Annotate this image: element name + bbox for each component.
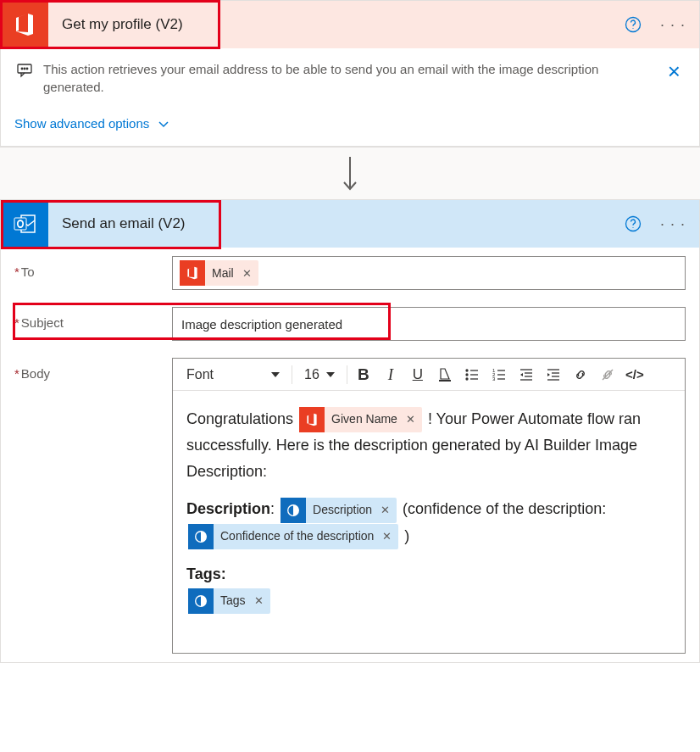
office-icon bbox=[180, 260, 205, 286]
flow-connector bbox=[0, 147, 700, 199]
close-icon[interactable]: × bbox=[664, 60, 684, 82]
card-header[interactable]: Send an email (V2) · · · bbox=[1, 200, 699, 248]
bullet-list-button[interactable] bbox=[459, 362, 485, 387]
token-tags[interactable]: Tags ✕ bbox=[188, 588, 270, 614]
subject-label: *Subject bbox=[14, 307, 172, 330]
note-text: This action retrieves your email address… bbox=[43, 60, 644, 96]
link-button[interactable] bbox=[568, 362, 593, 387]
token-confidence[interactable]: Confidence of the description ✕ bbox=[188, 524, 398, 549]
card-header[interactable]: Get my profile (V2) · · · bbox=[1, 1, 699, 48]
card-title: Get my profile (V2) bbox=[48, 16, 625, 33]
to-label: *To bbox=[14, 256, 172, 279]
svg-point-10 bbox=[632, 227, 633, 228]
color-button[interactable] bbox=[432, 362, 458, 387]
remove-token-icon[interactable]: ✕ bbox=[253, 592, 270, 610]
action-card-send-email: Send an email (V2) · · · *To Mail bbox=[0, 199, 700, 663]
code-view-button[interactable]: </> bbox=[622, 362, 647, 387]
remove-token-icon[interactable]: ✕ bbox=[404, 410, 422, 429]
svg-point-16 bbox=[466, 378, 468, 380]
unlink-button[interactable] bbox=[595, 362, 620, 387]
svg-text:3: 3 bbox=[492, 376, 496, 382]
underline-button[interactable]: U bbox=[405, 362, 431, 387]
italic-button[interactable]: I bbox=[378, 362, 403, 387]
action-card-get-profile: Get my profile (V2) · · · This action re… bbox=[0, 0, 700, 147]
remove-token-icon[interactable]: ✕ bbox=[379, 501, 397, 520]
outdent-button[interactable] bbox=[514, 362, 539, 387]
ai-builder-icon bbox=[281, 498, 306, 523]
more-icon[interactable]: · · · bbox=[657, 212, 689, 237]
token-description[interactable]: Description ✕ bbox=[281, 498, 397, 523]
body-content[interactable]: Congratulations Given Name ✕ ! Your Powe… bbox=[173, 391, 685, 653]
ai-builder-icon bbox=[188, 588, 214, 614]
indent-button[interactable] bbox=[541, 362, 566, 387]
body-label: *Body bbox=[14, 358, 172, 381]
outlook-icon bbox=[1, 200, 48, 248]
subject-input[interactable]: Image description generated bbox=[172, 307, 686, 341]
ai-builder-icon bbox=[188, 524, 214, 549]
help-icon[interactable] bbox=[625, 215, 642, 232]
svg-point-3 bbox=[21, 68, 23, 70]
font-size-select[interactable]: 16 bbox=[296, 359, 343, 390]
advanced-options-label: Show advanced options bbox=[14, 116, 149, 131]
svg-point-4 bbox=[24, 68, 25, 70]
body-editor: Font 16 B I U 123 </> bbox=[172, 358, 686, 654]
more-icon[interactable]: · · · bbox=[657, 13, 689, 37]
svg-point-1 bbox=[632, 28, 633, 29]
to-input[interactable]: Mail ✕ bbox=[172, 256, 686, 290]
bold-button[interactable]: B bbox=[351, 362, 376, 387]
card-title: Send an email (V2) bbox=[48, 215, 625, 232]
comment-icon bbox=[16, 62, 33, 79]
svg-rect-11 bbox=[439, 380, 451, 382]
chevron-down-icon bbox=[158, 118, 169, 130]
office-icon bbox=[299, 407, 325, 432]
svg-point-5 bbox=[26, 68, 28, 70]
svg-point-14 bbox=[466, 374, 468, 376]
help-icon[interactable] bbox=[625, 16, 642, 33]
font-select[interactable]: Font bbox=[178, 359, 288, 390]
remove-token-icon[interactable]: ✕ bbox=[381, 527, 398, 546]
advanced-options-link[interactable]: Show advanced options bbox=[1, 104, 699, 146]
token-given-name[interactable]: Given Name ✕ bbox=[299, 407, 422, 432]
remove-token-icon[interactable]: ✕ bbox=[241, 267, 258, 280]
office-icon bbox=[1, 1, 48, 48]
number-list-button[interactable]: 123 bbox=[486, 362, 512, 387]
token-mail[interactable]: Mail ✕ bbox=[180, 260, 258, 286]
svg-point-12 bbox=[466, 370, 468, 371]
editor-toolbar: Font 16 B I U 123 </> bbox=[173, 359, 685, 391]
